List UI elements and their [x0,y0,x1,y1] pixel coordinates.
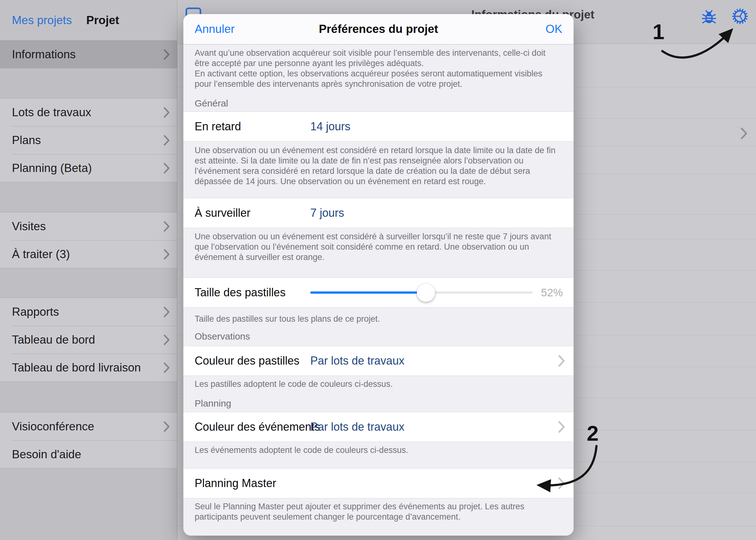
chevron-right-icon [558,354,565,367]
sidebar-item-label: Informations [12,48,76,61]
row-label: En retard [195,120,241,133]
sidebar-item-label: Visites [12,220,46,233]
annotation-step-1: 1 [653,19,664,44]
sidebar-item-label: Rapports [12,305,59,319]
sidebar-item-label: Tableau de bord [12,333,95,346]
sidebar-item-label: Tableau de bord livraison [12,361,141,374]
sidebar-group-misc: Visioconférence Besoin d'aide [0,412,177,469]
sidebar-title-projet: Projet [86,14,119,27]
row-label: Planning Master [195,477,276,490]
section-header-observations: Observations [195,331,250,342]
sidebar-item-besoin-daide[interactable]: Besoin d'aide [11,440,177,468]
footer-a-surveiller: Une observation ou un événement est cons… [195,231,561,262]
sidebar-item-label: Planning (Beta) [12,162,92,175]
sidebar-item-label: Lots de travaux [12,106,91,119]
sidebar-item-a-traiter[interactable]: À traiter (3) [11,240,177,268]
annotation-step-2: 2 [587,421,599,446]
intro-paragraph-1: Avant qu’une observation acquéreur soit … [195,48,561,68]
sidebar-item-visioconference[interactable]: Visioconférence [0,413,177,440]
row-couleur-des-pastilles[interactable]: Couleur des pastilles Par lots de travau… [183,346,574,376]
chevron-right-icon [163,221,170,232]
settings-gear-icon[interactable] [732,8,748,26]
row-value: Par lots de travaux [310,420,404,434]
sidebar-group-visits: Visites À traiter (3) [0,212,177,268]
ok-button[interactable]: OK [546,23,562,36]
section-header-planning: Planning [195,398,231,409]
modal-header: Annuler Préférences du projet OK [183,14,574,45]
row-label: Couleur des événements [195,420,320,434]
sidebar-header: Mes projets Projet [0,0,177,41]
sidebar-item-tableau-de-bord[interactable]: Tableau de bord [11,326,177,354]
chevron-right-icon [163,306,170,318]
chevron-right-icon [163,421,170,432]
footer-couleur-pastilles: Les pastilles adoptent le code de couleu… [195,379,561,389]
section-header-general: Général [195,98,228,109]
chevron-right-icon [163,362,170,373]
slider-percent-value: 52% [541,286,563,299]
bug-report-icon[interactable] [702,10,716,26]
sidebar-item-informations[interactable]: Informations [0,41,177,68]
footer-taille: Taille des pastilles sur tous les plans … [195,314,561,324]
chevron-right-icon [163,249,170,260]
footer-en-retard: Une observation ou un événement est cons… [195,145,561,187]
row-label: À surveiller [195,206,251,219]
sidebar-item-rapports[interactable]: Rapports [0,298,177,326]
row-a-surveiller[interactable]: À surveiller 7 jours [183,198,574,228]
sidebar-group-project: Lots de travaux Plans Planning (Beta) [0,98,177,182]
row-taille-des-pastilles: Taille des pastilles 52% [183,278,574,308]
sidebar-item-planning-beta[interactable]: Planning (Beta) [11,154,177,182]
slider-thumb[interactable] [417,284,435,302]
slider-fill [310,292,426,294]
sidebar-item-label: Visioconférence [12,420,94,433]
chevron-right-icon [163,107,170,118]
intro-text: Avant qu’une observation acquéreur soit … [195,48,561,89]
bg-row-chevron-icon [740,127,748,141]
cancel-button[interactable]: Annuler [195,23,235,36]
sidebar-item-label: Besoin d'aide [12,448,81,461]
pastille-size-slider[interactable] [310,292,533,294]
back-link-mes-projets[interactable]: Mes projets [12,14,72,27]
chevron-right-icon [163,334,170,345]
chevron-right-icon [558,477,565,489]
footer-planning-master: Seul le Planning Master peut ajouter et … [195,501,561,522]
row-value: Par lots de travaux [310,354,404,367]
row-value[interactable]: 14 jours [310,120,350,133]
intro-paragraph-2: En activant cette option, les observatio… [195,68,561,89]
sidebar-item-label: À traiter (3) [12,248,70,261]
chevron-right-icon [558,421,565,433]
project-preferences-modal: Annuler Préférences du projet OK Avant q… [183,14,574,536]
chevron-right-icon [163,135,170,146]
modal-title: Préférences du projet [319,23,438,36]
chevron-right-icon [163,163,170,174]
sidebar-item-visites[interactable]: Visites [0,212,177,240]
row-en-retard[interactable]: En retard 14 jours [183,111,574,142]
row-label: Couleur des pastilles [195,354,299,367]
sidebar-item-lots-de-travaux[interactable]: Lots de travaux [0,98,177,126]
row-label: Taille des pastilles [195,286,285,299]
sidebar-item-plans[interactable]: Plans [11,126,177,154]
sidebar-item-tableau-de-bord-livraison[interactable]: Tableau de bord livraison [11,354,177,381]
sidebar-item-label: Plans [12,134,41,147]
sidebar: Mes projets Projet Informations Lots de … [0,0,177,540]
chevron-right-icon [163,49,170,60]
sidebar-group-reports: Rapports Tableau de bord Tableau de bord… [0,298,177,382]
row-value[interactable]: 7 jours [310,206,344,219]
footer-couleur-evenements: Les événements adoptent le code de coule… [195,445,561,456]
row-couleur-des-evenements[interactable]: Couleur des événements Par lots de trava… [183,412,574,442]
row-planning-master[interactable]: Planning Master [183,468,574,498]
